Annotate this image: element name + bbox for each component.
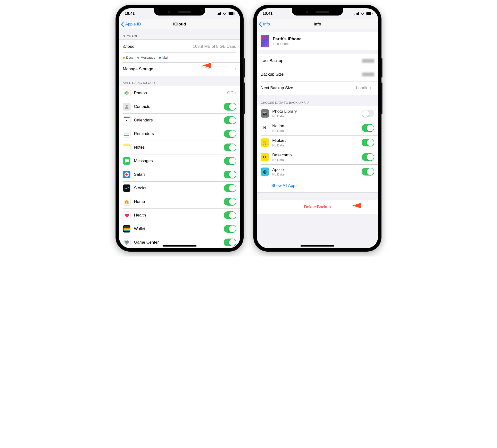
backup-app-row[interactable]: NNotionNo Data <box>257 121 378 135</box>
home-indicator[interactable] <box>300 245 334 247</box>
storage-legend: DocsMessagesMail <box>119 56 240 62</box>
annotation-arrow-icon <box>349 200 378 212</box>
toggle-switch[interactable] <box>224 130 236 138</box>
info-row: Backup Size <box>257 68 378 81</box>
app-name: Notes <box>134 145 224 150</box>
toggle-switch[interactable] <box>224 157 236 165</box>
toggle-switch[interactable] <box>224 116 236 124</box>
wifi-icon <box>223 11 227 16</box>
app-name: Wallet <box>134 226 224 231</box>
health-icon <box>123 211 131 219</box>
messages-icon <box>123 157 131 165</box>
notes-icon <box>123 144 131 151</box>
stocks-icon <box>123 184 131 192</box>
toggle-switch[interactable] <box>224 171 236 178</box>
svg-point-4 <box>126 105 128 107</box>
home-icon <box>123 198 131 206</box>
page-title: Info <box>257 22 378 27</box>
show-all-apps-row[interactable]: Show All Apps <box>257 179 378 192</box>
delete-backup-row[interactable]: Delete Backup <box>257 200 378 214</box>
app-name: NotionNo Data <box>272 124 361 133</box>
legend-item: Docs <box>123 56 134 59</box>
app-row-wallet[interactable]: Wallet <box>119 222 240 236</box>
back-button[interactable]: Apple ID <box>119 22 141 27</box>
storage-usage: 103.9 MB of 5 GB Used <box>193 44 236 49</box>
redacted-value <box>362 72 374 76</box>
app-row-contacts[interactable]: Contacts <box>119 100 240 113</box>
toggle-switch[interactable] <box>361 153 374 161</box>
phone-right: 10:41 Info Info Parth's iPhone <box>253 5 381 252</box>
section-header-storage: STORAGE <box>119 30 240 40</box>
device-row: Parth's iPhone This iPhone <box>257 32 378 50</box>
toggle-switch[interactable] <box>224 211 236 219</box>
app-row-home[interactable]: Home <box>119 195 240 208</box>
info-row: Last Backup <box>257 54 378 68</box>
info-value: Loading... <box>356 86 374 90</box>
toggle-switch[interactable] <box>224 198 236 206</box>
toggle-switch[interactable] <box>361 139 374 146</box>
wallet-icon <box>123 225 131 233</box>
manage-storage-label: Manage Storage <box>123 67 233 72</box>
app-name: Messages <box>134 159 224 163</box>
app-row-messages[interactable]: Messages <box>119 154 240 168</box>
storage-row[interactable]: iCloud 103.9 MB of 5 GB Used <box>119 40 240 52</box>
chevron-right-icon: › <box>235 66 236 72</box>
app-row-health[interactable]: Health <box>119 208 240 222</box>
status-time: 10:41 <box>125 11 135 16</box>
svg-point-3 <box>124 92 126 94</box>
app-value: Off <box>227 91 232 96</box>
redacted-value <box>362 59 374 63</box>
reminders-icon <box>123 130 131 138</box>
legend-item: Messages <box>137 56 155 59</box>
app-row-calendar[interactable]: ●Calendars <box>119 113 240 127</box>
app-row-photos[interactable]: PhotosOff› <box>119 86 240 100</box>
app-icon: N <box>261 124 269 132</box>
wifi-icon <box>360 11 364 16</box>
app-name: BasecampNo Data <box>272 153 361 162</box>
status-time: 10:41 <box>263 11 273 16</box>
spinner-icon <box>304 100 309 104</box>
toggle-switch[interactable] <box>361 168 374 176</box>
app-name: Contacts <box>134 104 224 109</box>
app-icon: ⟳ <box>261 153 269 161</box>
device-name: Parth's iPhone <box>273 37 301 41</box>
device-sub: This iPhone <box>273 42 374 46</box>
home-indicator[interactable] <box>163 245 197 247</box>
svg-point-1 <box>127 92 129 94</box>
app-icon: 📷 <box>261 109 269 118</box>
info-label: Next Backup Size <box>261 86 356 90</box>
info-label: Backup Size <box>261 72 362 77</box>
app-row-stocks[interactable]: Stocks <box>119 181 240 195</box>
app-row-reminders[interactable]: Reminders <box>119 127 240 141</box>
safari-icon <box>123 171 131 178</box>
backup-app-row[interactable]: 🛒FlipkartNo Data <box>257 135 378 150</box>
signal-icon <box>217 12 221 15</box>
backup-app-row[interactable]: ⟳BasecampNo Data <box>257 150 378 164</box>
toggle-switch[interactable] <box>224 225 236 233</box>
nav-bar: Apple ID iCloud <box>119 19 240 30</box>
app-row-notes[interactable]: Notes <box>119 141 240 154</box>
toggle-switch[interactable] <box>361 124 374 132</box>
app-name: Safari <box>134 172 224 177</box>
app-name: Calendars <box>134 118 224 123</box>
calendar-icon: ● <box>123 116 131 124</box>
toggle-switch[interactable] <box>224 184 236 192</box>
toggle-switch[interactable] <box>361 110 374 117</box>
phone-left: 10:41 Apple ID iCloud STORAGE iCloud 103… <box>116 5 244 252</box>
backup-app-row[interactable]: ◎ApolloNo Data <box>257 164 378 179</box>
app-name: Health <box>134 213 224 218</box>
backup-app-row[interactable]: 📷Photo LibraryNo Data <box>257 106 378 121</box>
delete-group: Delete Backup <box>257 200 378 214</box>
app-row-safari[interactable]: Safari <box>119 168 240 181</box>
toggle-switch[interactable] <box>224 144 236 151</box>
svg-point-0 <box>126 91 127 93</box>
app-name: Photo LibraryNo Data <box>272 109 361 118</box>
manage-storage-row[interactable]: Manage Storage › <box>119 62 240 76</box>
storage-bar <box>123 52 236 53</box>
toggle-switch[interactable] <box>224 103 236 111</box>
content-left: STORAGE iCloud 103.9 MB of 5 GB Used Doc… <box>119 30 240 248</box>
app-icon: 🛒 <box>261 138 269 147</box>
back-button[interactable]: Info <box>257 22 270 27</box>
toggle-switch[interactable] <box>224 239 236 246</box>
device-thumbnail-icon <box>261 35 269 47</box>
